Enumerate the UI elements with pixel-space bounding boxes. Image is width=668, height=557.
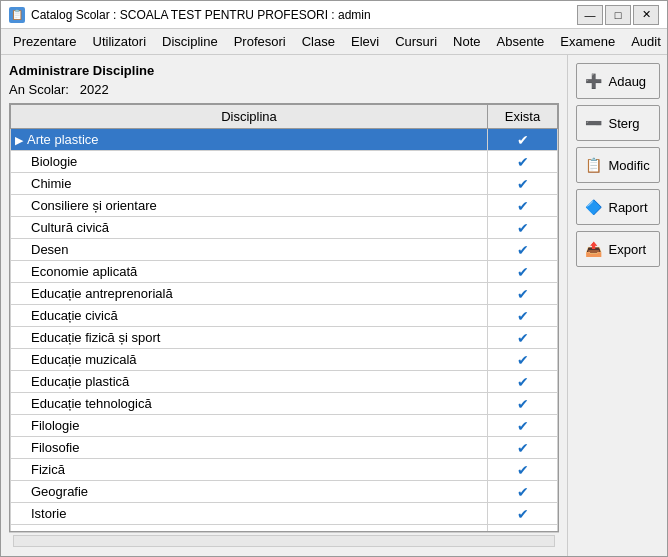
- discipline-name: Educație muzicală: [11, 349, 488, 371]
- discipline-name: Filosofie: [11, 437, 488, 459]
- modific-button[interactable]: 📋 Modific: [576, 147, 660, 183]
- discipline-name: Educație plastică: [11, 371, 488, 393]
- discipline-exists: ✔: [488, 305, 558, 327]
- discipline-name: Desen: [11, 239, 488, 261]
- sterg-button[interactable]: ➖ Sterg: [576, 105, 660, 141]
- menu-audit[interactable]: Audit: [623, 31, 668, 52]
- discipline-exists: ✔: [488, 437, 558, 459]
- menu-discipline[interactable]: Discipline: [154, 31, 226, 52]
- discipline-exists: ✔: [488, 217, 558, 239]
- discipline-exists: ✔: [488, 261, 558, 283]
- maximize-button[interactable]: □: [605, 5, 631, 25]
- discipline-name: Educație tehnologică: [11, 393, 488, 415]
- menu-absente[interactable]: Absente: [489, 31, 553, 52]
- discipline-name: Economie aplicată: [11, 261, 488, 283]
- menu-utilizatori[interactable]: Utilizatori: [85, 31, 154, 52]
- discipline-name: Limba engleză: [11, 525, 488, 533]
- table-row[interactable]: Cultură civică✔: [11, 217, 558, 239]
- window-title: Catalog Scolar : SCOALA TEST PENTRU PROF…: [31, 8, 371, 22]
- discipline-name: Educație antreprenorială: [11, 283, 488, 305]
- an-scolar-value: 2022: [80, 82, 109, 97]
- discipline-exists: ✔: [488, 371, 558, 393]
- menu-note[interactable]: Note: [445, 31, 488, 52]
- table-row[interactable]: Geografie✔: [11, 481, 558, 503]
- discipline-name: Cultură civică: [11, 217, 488, 239]
- discipline-exists: ✔: [488, 327, 558, 349]
- export-icon: 📤: [585, 241, 603, 257]
- title-bar: 📋 Catalog Scolar : SCOALA TEST PENTRU PR…: [1, 1, 667, 29]
- menu-cursuri[interactable]: Cursuri: [387, 31, 445, 52]
- discipline-name: Biologie: [11, 151, 488, 173]
- table-row[interactable]: Filologie✔: [11, 415, 558, 437]
- discipline-name: Chimie: [11, 173, 488, 195]
- menu-elevi[interactable]: Elevi: [343, 31, 387, 52]
- raport-button[interactable]: 🔷 Raport: [576, 189, 660, 225]
- discipline-exists: ✔: [488, 173, 558, 195]
- content-area: Administrare Discipline An Scolar: 2022 …: [1, 55, 667, 556]
- discipline-name: Fizică: [11, 459, 488, 481]
- table-row[interactable]: Limba engleză✔: [11, 525, 558, 533]
- discipline-exists: ✔: [488, 459, 558, 481]
- menu-clase[interactable]: Clase: [294, 31, 343, 52]
- main-panel: Administrare Discipline An Scolar: 2022 …: [1, 55, 567, 556]
- table-row[interactable]: ▶Arte plastice✔: [11, 129, 558, 151]
- report-icon: 🔷: [585, 199, 603, 215]
- horizontal-scrollbar[interactable]: [9, 532, 559, 548]
- col-disciplina: Disciplina: [11, 105, 488, 129]
- discipline-exists: ✔: [488, 129, 558, 151]
- discipline-exists: ✔: [488, 349, 558, 371]
- menu-profesori[interactable]: Profesori: [226, 31, 294, 52]
- discipline-table: Disciplina Exista ▶Arte plastice✔Biologi…: [10, 104, 558, 532]
- title-bar-controls: — □ ✕: [577, 5, 659, 25]
- raport-label: Raport: [609, 200, 648, 215]
- sterg-label: Sterg: [609, 116, 640, 131]
- discipline-exists: ✔: [488, 151, 558, 173]
- discipline-exists: ✔: [488, 195, 558, 217]
- an-scolar: An Scolar: 2022: [9, 82, 559, 97]
- main-window: 📋 Catalog Scolar : SCOALA TEST PENTRU PR…: [0, 0, 668, 557]
- discipline-table-container[interactable]: Disciplina Exista ▶Arte plastice✔Biologi…: [9, 103, 559, 532]
- minimize-button[interactable]: —: [577, 5, 603, 25]
- table-row[interactable]: Educație antreprenorială✔: [11, 283, 558, 305]
- close-button[interactable]: ✕: [633, 5, 659, 25]
- edit-icon: 📋: [585, 157, 603, 173]
- discipline-exists: ✔: [488, 239, 558, 261]
- table-row[interactable]: Desen✔: [11, 239, 558, 261]
- table-row[interactable]: Filosofie✔: [11, 437, 558, 459]
- menubar: Prezentare Utilizatori Discipline Profes…: [1, 29, 667, 55]
- table-row[interactable]: Economie aplicată✔: [11, 261, 558, 283]
- panel-title: Administrare Discipline: [9, 63, 559, 78]
- menu-examene[interactable]: Examene: [552, 31, 623, 52]
- discipline-exists: ✔: [488, 415, 558, 437]
- right-panel: ➕ Adaug ➖ Sterg 📋 Modific 🔷 Raport 📤 Exp…: [567, 55, 667, 556]
- export-label: Export: [609, 242, 647, 257]
- discipline-name: ▶Arte plastice: [11, 129, 488, 151]
- modific-label: Modific: [609, 158, 650, 173]
- adaug-label: Adaug: [609, 74, 647, 89]
- export-button[interactable]: 📤 Export: [576, 231, 660, 267]
- plus-icon: ➕: [585, 73, 603, 89]
- table-row[interactable]: Educație tehnologică✔: [11, 393, 558, 415]
- table-row[interactable]: Fizică✔: [11, 459, 558, 481]
- discipline-name: Educație fizică și sport: [11, 327, 488, 349]
- table-row[interactable]: Consiliere și orientare✔: [11, 195, 558, 217]
- col-exista: Exista: [488, 105, 558, 129]
- table-row[interactable]: Educație civică✔: [11, 305, 558, 327]
- discipline-exists: ✔: [488, 393, 558, 415]
- table-row[interactable]: Educație fizică și sport✔: [11, 327, 558, 349]
- discipline-exists: ✔: [488, 525, 558, 533]
- table-row[interactable]: Biologie✔: [11, 151, 558, 173]
- adaug-button[interactable]: ➕ Adaug: [576, 63, 660, 99]
- table-row[interactable]: Educație plastică✔: [11, 371, 558, 393]
- discipline-name: Consiliere și orientare: [11, 195, 488, 217]
- title-bar-left: 📋 Catalog Scolar : SCOALA TEST PENTRU PR…: [9, 7, 371, 23]
- table-row[interactable]: Educație muzicală✔: [11, 349, 558, 371]
- menu-prezentare[interactable]: Prezentare: [5, 31, 85, 52]
- table-row[interactable]: Chimie✔: [11, 173, 558, 195]
- table-row[interactable]: Istorie✔: [11, 503, 558, 525]
- scrollbar-track: [13, 535, 555, 547]
- discipline-name: Filologie: [11, 415, 488, 437]
- discipline-name: Istorie: [11, 503, 488, 525]
- discipline-exists: ✔: [488, 503, 558, 525]
- discipline-name: Educație civică: [11, 305, 488, 327]
